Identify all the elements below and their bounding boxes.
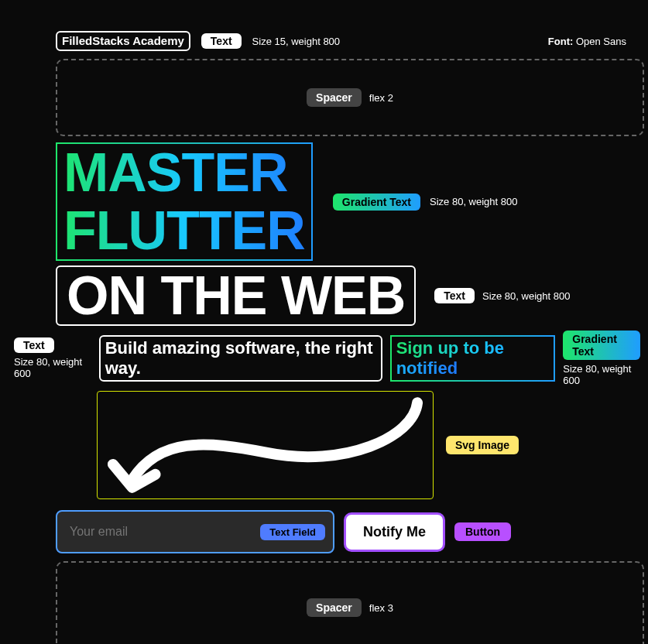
- text-label-2: Text: [434, 288, 475, 303]
- hero-line2: FLUTTER: [57, 202, 311, 260]
- sub-signup: Sign up to be notified: [396, 338, 504, 378]
- sub-body: Build amazing software, the right way.: [105, 338, 373, 378]
- notify-button[interactable]: Notify Me: [344, 512, 445, 552]
- font-info: Font: Open Sans: [548, 36, 626, 47]
- sub-grad-label: Gradient Text: [563, 331, 640, 360]
- sub-signup-box: Sign up to be notified: [390, 335, 556, 382]
- gradient-text-meta: Size 80, weight 800: [430, 196, 517, 207]
- font-value: Open Sans: [576, 36, 626, 47]
- button-label: Button: [454, 522, 511, 541]
- spacer-meta: flex 2: [369, 92, 393, 104]
- hero-line3: ON THE WEB: [62, 269, 410, 323]
- brand-box: FilledStacks Academy: [56, 31, 190, 51]
- svg-image-label: Svg Image: [446, 436, 519, 454]
- spacer-label-2: Spacer: [307, 598, 362, 617]
- sub-text-label: Text: [14, 337, 54, 353]
- spacer-meta-2: flex 3: [369, 602, 393, 614]
- arrow-icon: [98, 391, 433, 499]
- sub-text-meta-left: Size 80, weight 600: [14, 356, 91, 379]
- spacer-region-1: Spacer flex 2: [56, 59, 644, 136]
- email-field-container[interactable]: Text Field: [56, 510, 334, 553]
- text-annotation-meta: Size 15, weight 800: [252, 36, 340, 47]
- font-label: Font:: [548, 36, 573, 47]
- sub-grad-meta-right: Size 80, weight 600: [563, 363, 640, 386]
- svg-image-box: [97, 391, 434, 499]
- hero-line1: MASTER: [57, 144, 311, 202]
- hero-gradient-box: MASTER FLUTTER: [56, 142, 313, 261]
- sub-body-box: Build amazing software, the right way.: [99, 335, 382, 382]
- spacer-label: Spacer: [307, 88, 362, 107]
- text-field-label: Text Field: [260, 524, 325, 540]
- gradient-text-label: Gradient Text: [333, 194, 420, 211]
- hero-white-box: ON THE WEB: [56, 265, 416, 326]
- brand-text: FilledStacks Academy: [62, 34, 184, 47]
- email-input[interactable]: [70, 525, 209, 539]
- text-meta-2: Size 80, weight 800: [482, 290, 570, 302]
- text-annotation-label: Text: [201, 33, 242, 49]
- spacer-region-2: Spacer flex 3: [56, 561, 644, 644]
